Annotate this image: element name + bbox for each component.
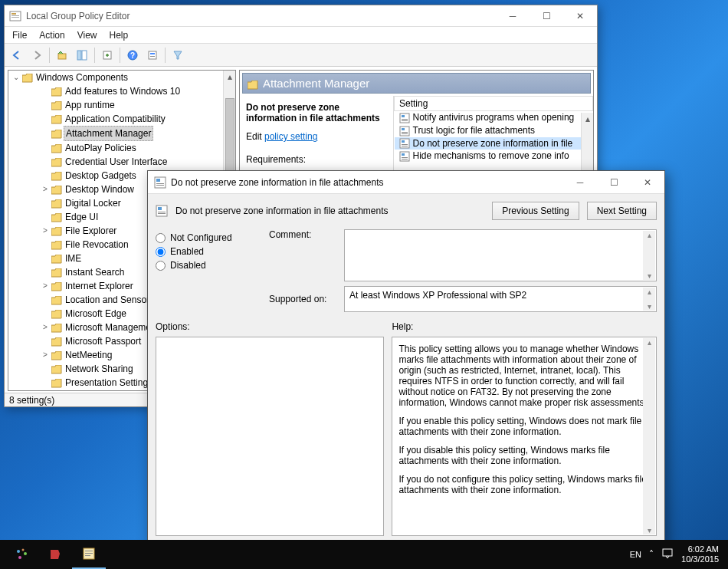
svg-rect-30: [156, 179, 160, 182]
svg-rect-1: [11, 13, 16, 15]
previous-setting-button[interactable]: Previous Setting: [492, 202, 579, 220]
svg-rect-12: [150, 56, 155, 57]
taskbar-app2-icon[interactable]: [38, 540, 72, 569]
svg-rect-17: [400, 127, 409, 136]
menu-view[interactable]: View: [77, 30, 97, 41]
menu-file[interactable]: File: [12, 30, 27, 41]
folder-icon: [248, 79, 258, 88]
svg-point-37: [17, 550, 20, 553]
folder-icon: [51, 199, 62, 208]
taskbar-gpedit-icon[interactable]: [72, 540, 106, 569]
help-button[interactable]: ?: [123, 46, 142, 64]
options-box: [156, 337, 384, 536]
help-scrollbar[interactable]: ▴▾: [643, 338, 655, 534]
expand-icon[interactable]: >: [41, 321, 50, 334]
radio-disabled[interactable]: Disabled: [156, 260, 263, 271]
setting-row[interactable]: Hide mechanisms to remove zone info: [395, 150, 593, 163]
tree-item[interactable]: App runtime: [41, 98, 235, 112]
folder-icon: [51, 87, 62, 96]
tree-item-label: Application Compatibility: [64, 112, 167, 126]
dialog-minimize-button[interactable]: ─: [563, 172, 597, 193]
svg-rect-36: [158, 213, 166, 214]
tree-item[interactable]: Add features to Windows 10: [41, 84, 235, 98]
policy-icon: [154, 176, 166, 189]
setting-row[interactable]: Do not preserve zone information in file: [395, 137, 593, 150]
expand-icon[interactable]: >: [41, 224, 50, 238]
minimize-button[interactable]: ─: [496, 5, 530, 27]
tree-root[interactable]: ⌄ Windows Components: [11, 71, 235, 84]
supported-on-box: At least Windows XP Professional with SP…: [344, 286, 657, 312]
menu-action[interactable]: Action: [39, 30, 64, 41]
tree-item-label: Network Sharing: [64, 362, 135, 376]
collapse-icon[interactable]: ⌄: [11, 71, 21, 84]
requirements-label: Requirements:: [246, 154, 387, 165]
edit-policy-link[interactable]: policy setting: [264, 131, 317, 142]
expand-icon[interactable]: >: [41, 348, 50, 362]
expand-icon[interactable]: >: [41, 279, 50, 293]
folder-icon: [51, 350, 62, 360]
details-header: Attachment Manager: [242, 73, 591, 94]
gpedit-app-icon: [9, 10, 21, 22]
svg-rect-3: [11, 17, 19, 18]
svg-rect-43: [85, 553, 93, 554]
up-button[interactable]: [53, 46, 71, 64]
gpedit-titlebar: Local Group Policy Editor ─ ☐ ✕: [5, 5, 597, 27]
scroll-up-icon[interactable]: ▴: [224, 71, 235, 83]
action-center-icon[interactable]: [661, 548, 674, 561]
dialog-close-button[interactable]: ✕: [631, 172, 664, 193]
tree-item[interactable]: Application Compatibility: [41, 112, 235, 126]
folder-icon: [51, 323, 62, 332]
setting-label: Notify antivirus programs when opening: [413, 112, 575, 123]
comment-textarea[interactable]: ▴▾: [344, 229, 657, 281]
taskbar-clock[interactable]: 6:02 AM 10/3/2015: [681, 544, 719, 564]
comment-scrollbar[interactable]: ▴▾: [643, 231, 655, 280]
expand-icon[interactable]: >: [41, 183, 50, 196]
tree-item[interactable]: Credential User Interface: [41, 155, 235, 169]
export-button[interactable]: [98, 46, 116, 64]
show-hide-tree-button[interactable]: [73, 46, 91, 64]
close-button[interactable]: ✕: [563, 5, 597, 27]
svg-rect-18: [402, 128, 405, 130]
language-indicator[interactable]: EN: [630, 550, 641, 559]
setting-icon: [399, 151, 410, 162]
folder-icon: [51, 254, 62, 263]
col-setting[interactable]: Setting: [395, 97, 593, 111]
radio-not-configured[interactable]: Not Configured: [156, 232, 263, 243]
tray-chevron-icon[interactable]: ˄: [649, 549, 654, 560]
svg-rect-45: [663, 549, 672, 556]
taskbar-app1-icon[interactable]: [5, 540, 38, 569]
tree-item-label: Instant Search: [64, 265, 126, 279]
tree-item-label: Location and Sensors: [64, 293, 156, 307]
folder-icon: [51, 309, 62, 318]
setting-row[interactable]: Trust logic for file attachments: [395, 124, 593, 137]
forward-button[interactable]: [28, 46, 46, 64]
setting-row[interactable]: Notify antivirus programs when opening: [395, 111, 593, 124]
setting-icon: [399, 138, 410, 149]
help-box[interactable]: This policy setting allows you to manage…: [392, 337, 657, 536]
folder-icon: [51, 129, 62, 138]
folder-icon: [51, 114, 62, 123]
tree-item-label: File Explorer: [64, 224, 118, 238]
menu-help[interactable]: Help: [110, 30, 129, 41]
supported-scrollbar[interactable]: ▴▾: [643, 288, 655, 311]
policy-icon: [156, 205, 168, 217]
maximize-button[interactable]: ☐: [530, 5, 563, 27]
tree-item[interactable]: AutoPlay Policies: [41, 141, 235, 155]
back-button[interactable]: [8, 46, 26, 64]
tree-item[interactable]: Attachment Manager: [41, 126, 235, 141]
folder-icon: [51, 185, 62, 194]
properties-button[interactable]: [143, 46, 162, 64]
svg-rect-32: [156, 185, 164, 186]
next-setting-button[interactable]: Next Setting: [587, 202, 657, 220]
svg-rect-25: [400, 152, 409, 161]
svg-text:?: ?: [130, 51, 135, 60]
radio-enabled[interactable]: Enabled: [156, 246, 263, 257]
scroll-up-icon[interactable]: ▴: [582, 113, 593, 125]
tree-item-label: Add features to Windows 10: [64, 84, 182, 98]
svg-rect-10: [149, 51, 156, 59]
svg-rect-15: [402, 119, 408, 120]
tree-item-label: IME: [64, 252, 83, 265]
folder-icon: [51, 100, 62, 110]
filter-button[interactable]: [169, 46, 187, 64]
dialog-maximize-button[interactable]: ☐: [597, 172, 631, 193]
